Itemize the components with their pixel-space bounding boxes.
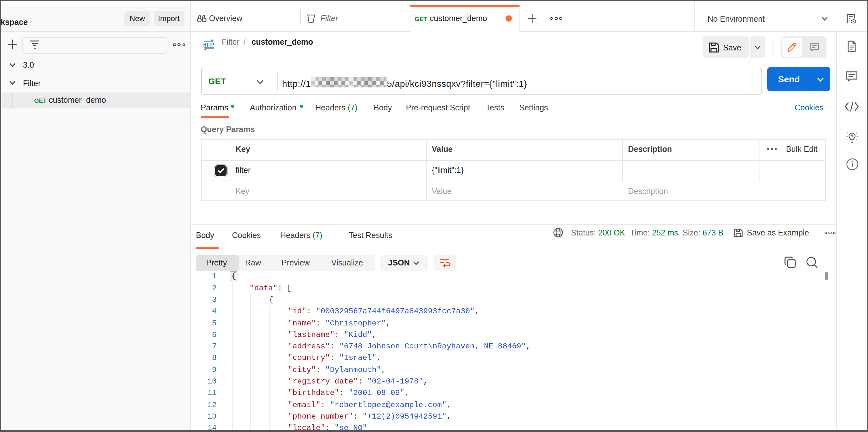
- svg-text:HTTP: HTTP: [203, 42, 214, 48]
